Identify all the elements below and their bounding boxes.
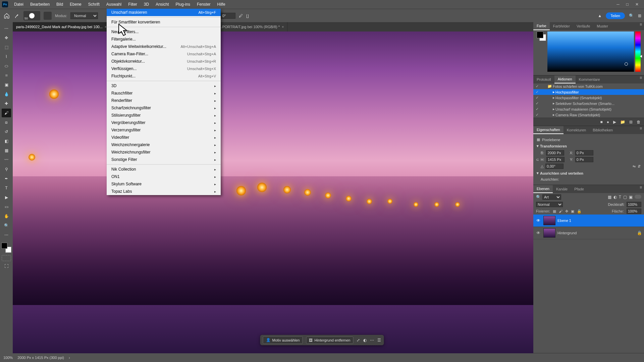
healing-tool[interactable]: ✚ bbox=[2, 99, 11, 108]
menu-bild[interactable]: Bild bbox=[53, 0, 66, 8]
tab-korrekturen[interactable]: Korrekturen bbox=[564, 126, 589, 134]
stamp-tool[interactable]: ⧈ bbox=[2, 118, 11, 127]
tab-aktionen[interactable]: Aktionen bbox=[554, 75, 576, 83]
fill-input[interactable] bbox=[627, 208, 641, 214]
blur-tool[interactable]: 〰 bbox=[2, 156, 11, 164]
filter-submenu-blur-gallery[interactable]: Weichzeichnergalerie bbox=[107, 141, 221, 148]
filter-submenu-noise[interactable]: Rauschfilter bbox=[107, 89, 221, 97]
quickmask-toggle[interactable] bbox=[2, 255, 11, 261]
brush-settings-icon[interactable] bbox=[44, 12, 52, 20]
mask-icon[interactable]: ◐ bbox=[363, 338, 367, 343]
filter-kind-select[interactable]: Art bbox=[542, 194, 561, 200]
tab-kanaele[interactable]: Kanäle bbox=[553, 185, 571, 193]
panel-menu-icon[interactable]: ≡ bbox=[638, 185, 644, 193]
filter-plugin-nik[interactable]: Nik Collection bbox=[107, 166, 221, 173]
filter-vanishing-point[interactable]: Fluchtpunkt...Alt+Strg+V bbox=[107, 72, 221, 80]
filter-submenu-distort[interactable]: Verzerrungsfilter bbox=[107, 126, 221, 134]
window-minimize-icon[interactable]: ─ bbox=[616, 2, 620, 7]
crop-tool[interactable]: ⌗ bbox=[2, 71, 11, 80]
document-tab-1[interactable]: paris-2499022_David Mark auf Pixabay.jpg… bbox=[13, 22, 110, 32]
flip-vertical-icon[interactable]: ⇵ bbox=[638, 164, 641, 169]
lock-icon[interactable]: 🔒 bbox=[637, 231, 642, 235]
type-tool[interactable]: T bbox=[2, 184, 11, 192]
tab-bibliotheken[interactable]: Bibliotheken bbox=[589, 126, 616, 134]
layer-thumbnail[interactable] bbox=[543, 216, 555, 225]
new-set-icon[interactable]: 📁 bbox=[620, 120, 625, 124]
pressure-opacity-icon[interactable]: 🖊 bbox=[239, 13, 243, 18]
opacity-input[interactable] bbox=[627, 202, 641, 207]
filter-submenu-render[interactable]: Renderfilter bbox=[107, 97, 221, 104]
filter-last-used[interactable]: Unscharf maskierenAlt+Strg+F bbox=[107, 9, 221, 16]
window-maximize-icon[interactable]: □ bbox=[626, 2, 629, 7]
move-tool[interactable]: ✥ bbox=[2, 34, 11, 42]
chevron-right-icon[interactable]: › bbox=[69, 356, 70, 360]
filter-camera-raw[interactable]: Camera Raw-Filter...Umschalt+Strg+A bbox=[107, 50, 221, 58]
menu-auswahl[interactable]: Auswahl bbox=[103, 0, 125, 8]
new-action-icon[interactable]: ⊞ bbox=[629, 120, 633, 124]
menu-schrift[interactable]: Schrift bbox=[85, 0, 103, 8]
panel-grip-icon[interactable]: ⋯ bbox=[2, 24, 11, 33]
filter-neural[interactable]: Neural Filters... bbox=[107, 28, 221, 36]
layer-row[interactable]: 👁 Hintergrund 🔒 bbox=[533, 227, 644, 239]
dodge-tool[interactable]: ⚲ bbox=[2, 165, 11, 174]
filter-smart-icon[interactable]: ▣ bbox=[629, 195, 633, 199]
visibility-icon[interactable]: 👁 bbox=[535, 231, 541, 235]
filter-submenu-3d[interactable]: 3D bbox=[107, 82, 221, 89]
check-icon[interactable]: ✓ bbox=[535, 96, 539, 100]
filter-shape-icon[interactable]: ▢ bbox=[623, 195, 627, 199]
chevron-down-icon[interactable]: ▾ bbox=[537, 171, 539, 175]
tab-ebenen[interactable]: Ebenen bbox=[533, 185, 553, 193]
filter-liquify[interactable]: Verflüssigen...Umschalt+Strg+X bbox=[107, 65, 221, 72]
zoom-tool[interactable]: 🔍 bbox=[2, 221, 11, 230]
filter-convert-smart[interactable]: Für Smartfilter konvertieren bbox=[107, 18, 221, 26]
filter-submenu-video[interactable]: Videofilter bbox=[107, 134, 221, 141]
color-swatches[interactable] bbox=[1, 243, 11, 253]
filter-lens-correct[interactable]: Objektivkorrektur...Umschalt+Strg+R bbox=[107, 58, 221, 65]
menu-fenster[interactable]: Fenster bbox=[194, 0, 214, 8]
menu-ansicht[interactable]: Ansicht bbox=[152, 0, 172, 8]
menu-datei[interactable]: Datei bbox=[11, 0, 27, 8]
tab-farbe[interactable]: Farbe bbox=[533, 22, 550, 30]
tab-verlaeufe[interactable]: Verläufe bbox=[573, 22, 593, 30]
search-icon[interactable]: 🔍 bbox=[629, 13, 634, 18]
filter-toggle-icon[interactable] bbox=[635, 195, 641, 199]
filter-submenu-other[interactable]: Sonstige Filter bbox=[107, 156, 221, 163]
menu-hilfe[interactable]: Hilfe bbox=[214, 0, 229, 8]
x-input[interactable] bbox=[575, 150, 593, 156]
filter-adjust-icon[interactable]: ◐ bbox=[613, 195, 617, 199]
check-icon[interactable]: ✓ bbox=[535, 113, 539, 117]
angle-input[interactable] bbox=[221, 13, 235, 19]
menu-bearbeiten[interactable]: Bearbeiten bbox=[27, 0, 53, 8]
link-icon[interactable]: ⊂ bbox=[536, 158, 539, 162]
check-icon[interactable]: ✓ bbox=[535, 101, 539, 106]
lock-paint-icon[interactable]: 🖌 bbox=[559, 209, 562, 213]
tab-eigenschaften[interactable]: Eigenschaften bbox=[533, 126, 564, 134]
eyedropper-info-icon[interactable]: ▲ bbox=[598, 13, 602, 18]
lock-position-icon[interactable]: ✥ bbox=[565, 209, 568, 214]
lasso-tool[interactable]: ⌇ bbox=[2, 52, 11, 61]
canvas-area[interactable] bbox=[13, 32, 533, 353]
select-subject-button[interactable]: 👤Motiv auswählen bbox=[263, 336, 303, 344]
menu-3d[interactable]: 3D bbox=[141, 0, 152, 8]
menu-filter[interactable]: Filter bbox=[125, 0, 141, 8]
lock-artboard-icon[interactable]: ▣ bbox=[571, 209, 574, 214]
gradient-tool[interactable]: ▦ bbox=[2, 146, 11, 155]
filter-submenu-sharpen[interactable]: Scharfzeichnungsfilter bbox=[107, 104, 221, 112]
blend-mode-select[interactable]: Normal bbox=[70, 12, 98, 19]
pen-tool[interactable]: ✒ bbox=[2, 174, 11, 183]
brush-preset-picker[interactable]: 50 bbox=[23, 11, 40, 20]
foreground-background-swatch[interactable] bbox=[537, 32, 546, 41]
filter-plugin-on1[interactable]: ON1 bbox=[107, 173, 221, 180]
menu-plugins[interactable]: Plug-ins bbox=[172, 0, 194, 8]
filter-gallery[interactable]: Filtergalerie... bbox=[107, 36, 221, 43]
tab-muster[interactable]: Muster bbox=[593, 22, 611, 30]
frame-tool[interactable]: ▣ bbox=[2, 80, 11, 89]
layer-thumbnail[interactable] bbox=[543, 228, 555, 238]
tab-farbfelder[interactable]: Farbfelder bbox=[550, 22, 573, 30]
filter-plugin-skylum[interactable]: Skylum Software bbox=[107, 180, 221, 188]
filter-type-icon[interactable]: T bbox=[619, 195, 621, 199]
rotation-input[interactable] bbox=[545, 164, 564, 169]
hue-slider[interactable] bbox=[635, 32, 641, 72]
object-select-tool[interactable]: ⬭ bbox=[2, 62, 11, 70]
tab-pfade[interactable]: Pfade bbox=[571, 185, 587, 193]
